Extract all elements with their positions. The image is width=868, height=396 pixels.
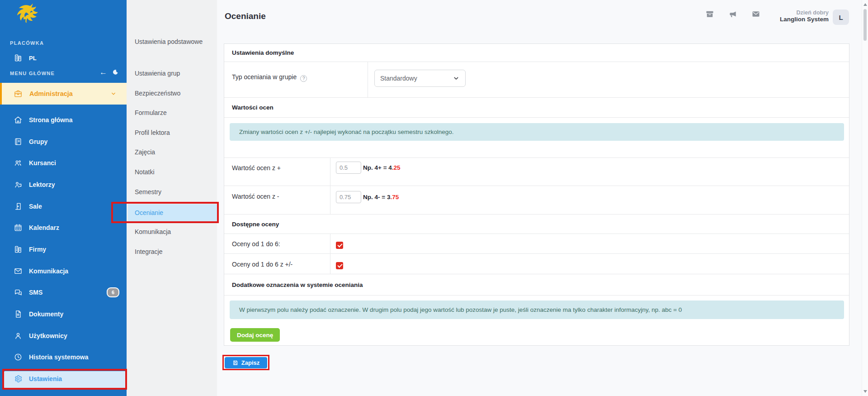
sidebar-item-firmy[interactable]: Firmy: [0, 239, 127, 260]
user-icon: [14, 331, 23, 340]
briefcase-icon: [14, 89, 23, 98]
checkbox-oceny-1-6[interactable]: [336, 242, 343, 249]
main-sidebar: PLACÓWKA PL MENU GŁÓWNE ← Administracja …: [0, 0, 127, 396]
sidebar-item-dokumenty[interactable]: Dokumenty: [0, 303, 127, 325]
scroll-down-arrow-icon[interactable]: [863, 390, 867, 393]
submenu-item-formularze[interactable]: Formularze: [135, 108, 209, 118]
row-dodatkowe-oznaczenia: W pierwszym polu należy podać oznaczenie…: [224, 295, 849, 345]
dark-mode-moon-icon[interactable]: [112, 69, 119, 76]
row-oceny-1-6-plus-minus: Oceny od 1 do 6 z +/-: [224, 253, 849, 274]
sidebar-item-administracja[interactable]: Administracja: [0, 83, 127, 105]
archive-icon[interactable]: [705, 10, 714, 19]
megaphone-icon[interactable]: [728, 10, 737, 19]
building-icon: [14, 53, 23, 62]
submenu-item-semestry[interactable]: Semestry: [135, 187, 209, 197]
sidebar-item-label: Ustawienia: [29, 375, 62, 382]
row-info-wartosci: Zmiany wartości ocen z +/- najlepiej wyk…: [224, 117, 849, 157]
select-value: Standardowy: [380, 75, 417, 82]
door-icon: [14, 202, 23, 211]
page-title: Ocenianie: [225, 11, 266, 21]
dodaj-ocene-button[interactable]: Dodaj ocenę: [230, 328, 280, 342]
sidebar-item-historia-systemowa[interactable]: Historia systemowa: [0, 347, 127, 368]
sidebar-item-lektorzy[interactable]: Lektorzy: [0, 174, 127, 196]
floppy-disk-icon: [232, 360, 238, 366]
sidebar-item-label: Firmy: [29, 246, 46, 253]
submenu-item-bezpieczenstwo[interactable]: Bezpieczeństwo: [135, 89, 209, 98]
students-icon: [14, 158, 23, 167]
sidebar-item-sms[interactable]: SMS 6: [0, 282, 127, 304]
avatar[interactable]: L: [833, 10, 849, 25]
submenu-item-komunikacja[interactable]: Komunikacja: [135, 227, 209, 237]
save-button-label: Zapisz: [241, 359, 259, 366]
teacher-icon: [14, 180, 23, 189]
field-label: Typ oceniania w grupie?: [232, 73, 307, 82]
sidebar-item-label: SMS: [29, 289, 42, 296]
vertical-scrollbar[interactable]: [862, 0, 868, 396]
section-header-ustawienia-domyslne: Ustawienia domyślne: [224, 44, 849, 62]
sidebar-item-sale[interactable]: Sale: [0, 196, 127, 217]
sidebar-item-label: Użytkownicy: [29, 332, 67, 339]
home-icon: [14, 115, 23, 124]
row-wartosc-minus: Wartość ocen z - Np. 4- = 3.75: [224, 186, 849, 214]
collapse-sidebar-icon[interactable]: ←: [99, 68, 107, 77]
sidebar-item-ustawienia[interactable]: Ustawienia: [0, 368, 127, 390]
save-button-area: Zapisz: [222, 355, 269, 370]
sidebar-nav: Strona główna Grupy Kursanci Lektorzy Sa…: [0, 109, 127, 390]
sidebar-item-kalendarz[interactable]: Kalendarz: [0, 217, 127, 239]
column-divider: [368, 62, 368, 97]
wartosc-minus-input[interactable]: [336, 191, 361, 203]
info-box: Zmiany wartości ocen z +/- najlepiej wyk…: [230, 123, 844, 141]
typ-oceniania-select[interactable]: Standardowy: [374, 70, 466, 87]
sidebar-item-label: Grupy: [29, 138, 47, 145]
ocenianie-settings-panel: Ustawienia domyślne Typ oceniania w grup…: [224, 43, 849, 346]
submenu-item-notatki[interactable]: Notatki: [135, 167, 209, 177]
envelope-icon: [14, 267, 23, 276]
submenu-item-ocenianie[interactable]: Ocenianie: [128, 204, 217, 221]
wartosc-plus-input[interactable]: [336, 162, 361, 174]
section-header-dostepne-oceny: Dostępne oceny: [224, 214, 849, 234]
clock-icon: [14, 353, 23, 362]
hint-minus: Np. 4- = 3.75: [363, 194, 399, 200]
sidebar-item-label: Lektorzy: [29, 181, 55, 188]
chevron-down-icon: [453, 75, 460, 82]
section-header-wartosci-ocen: Wartości ocen: [224, 97, 849, 117]
column-divider: [330, 254, 330, 274]
sidebar-item-branch-pl[interactable]: PL: [14, 53, 37, 62]
submenu-item-ustawienia-podstawowe[interactable]: Ustawienia podstawowe: [135, 37, 209, 47]
checkbox-oceny-1-6-plus-minus[interactable]: [336, 262, 343, 269]
sidebar-item-label: Kursanci: [29, 159, 56, 167]
calendar-icon: [14, 223, 23, 232]
sidebar-item-label: Dokumenty: [29, 310, 63, 318]
sidebar-item-uzytkownicy[interactable]: Użytkownicy: [0, 325, 127, 347]
greeting-text: Dzień dobry: [748, 10, 829, 16]
field-label: Wartość ocen z -: [232, 193, 279, 200]
sidebar-item-label: Historia systemowa: [29, 353, 89, 361]
menu-glowne-label: MENU GŁÓWNE: [10, 71, 55, 76]
hint-red-part: .75: [390, 194, 399, 200]
save-button[interactable]: Zapisz: [225, 357, 267, 368]
sidebar-item-grupy[interactable]: Grupy: [0, 131, 127, 153]
field-label: Wartość ocen z +: [232, 164, 281, 172]
submenu-item-ustawienia-grup[interactable]: Ustawienia grup: [135, 69, 209, 78]
row-wartosc-plus: Wartość ocen z + Np. 4+ = 4.25: [224, 157, 849, 186]
submenu-item-zajecia[interactable]: Zajęcia: [135, 148, 209, 157]
help-icon[interactable]: ?: [300, 75, 307, 82]
scroll-up-arrow-icon[interactable]: [863, 3, 867, 6]
langlion-lion-logo[interactable]: [6, 2, 45, 37]
scrollbar-thumb[interactable]: [863, 9, 867, 41]
submenu-item-profil-lektora[interactable]: Profil lektora: [135, 128, 209, 138]
sidebar-item-kursanci[interactable]: Kursanci: [0, 152, 127, 174]
column-divider: [330, 186, 330, 214]
sidebar-item-label: Sale: [29, 203, 42, 210]
sidebar-item-strona-glowna[interactable]: Strona główna: [0, 109, 127, 131]
field-label: Oceny od 1 do 6:: [232, 240, 280, 248]
chat-bubbles-icon: [14, 288, 23, 297]
submenu-item-integracje[interactable]: Integracje: [135, 247, 209, 257]
sidebar-item-label: Kalendarz: [29, 224, 59, 231]
sidebar-item-komunikacja[interactable]: Komunikacja: [0, 260, 127, 282]
langlion-app: PLACÓWKA PL MENU GŁÓWNE ← Administracja …: [0, 0, 868, 396]
hint-red-part: .25: [392, 164, 401, 171]
section-header-dodatkowe-oznaczenia: Dodatkowe oznaczenia w systemie oceniani…: [224, 274, 849, 295]
placowka-label: PLACÓWKA: [10, 40, 44, 46]
book-icon: [14, 137, 23, 146]
